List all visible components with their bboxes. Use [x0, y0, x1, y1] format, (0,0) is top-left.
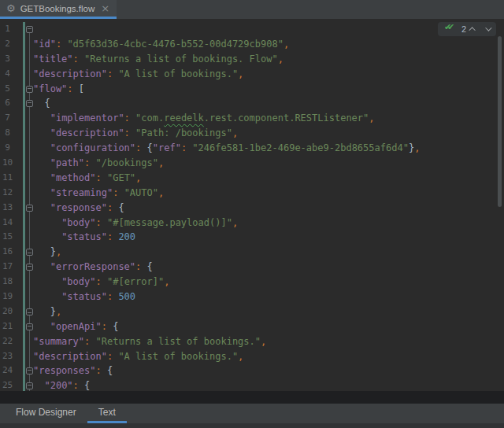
view-tab-flow-designer[interactable]: Flow Designer	[5, 404, 87, 423]
code-text: "path": "/bookings",	[33, 157, 164, 168]
code-text: {	[33, 98, 50, 109]
line-number: 17	[0, 260, 15, 275]
line-number: 7	[0, 111, 15, 126]
line-number: 1	[0, 22, 15, 37]
flow-file-gear-icon: ⚙	[6, 3, 16, 13]
code-line: 1	[0, 22, 504, 37]
code-line: 3"title": "Returns a list of bookings. F…	[0, 52, 504, 67]
inspection-count: 2	[461, 24, 466, 34]
code-line: 6 {	[0, 96, 504, 111]
fold-start-icon[interactable]	[26, 205, 33, 212]
double-checkmark-icon: ✔✔	[444, 24, 457, 34]
code-line: 5"flow": [	[0, 82, 504, 97]
view-tab-text[interactable]: Text	[87, 404, 127, 423]
code-line: 21 "openApi": {	[0, 319, 504, 334]
code-line: 10 "path": "/bookings",	[0, 156, 504, 171]
fold-start-icon[interactable]	[26, 382, 33, 389]
line-number: 23	[0, 349, 15, 364]
fold-end-icon[interactable]	[26, 249, 33, 256]
code-line: 18 "body": "#[error]",	[0, 275, 504, 290]
code-line: 8 "description": "Path: /bookings",	[0, 126, 504, 141]
fold-start-icon[interactable]	[26, 323, 33, 330]
code-line: 20 },	[0, 304, 504, 319]
line-number: 16	[0, 245, 15, 260]
line-number: 4	[0, 67, 15, 82]
vcs-added-lines-bar	[23, 22, 25, 391]
line-number: 6	[0, 96, 15, 111]
code-text: "responses": {	[33, 365, 113, 376]
code-text: "openApi": {	[33, 321, 118, 332]
fold-start-icon[interactable]	[26, 264, 33, 271]
line-number: 19	[0, 290, 15, 304]
code-text: "body": "#[error]",	[33, 276, 169, 287]
line-number: 25	[0, 378, 15, 391]
line-number: 20	[0, 304, 15, 319]
line-number: 8	[0, 126, 15, 141]
code-line: 9 "configuration": {"ref": "246fe581-1be…	[0, 141, 504, 156]
line-number: 15	[0, 230, 15, 245]
code-text: "implementor": "com.reedelk.rest.compone…	[33, 113, 375, 124]
code-text: "status": 200	[33, 231, 135, 242]
window-bottom-strip	[0, 423, 504, 428]
editor-tab-getbookings[interactable]: ⚙ GETBookings.flow ×	[0, 0, 117, 19]
view-switcher-bar: Flow DesignerText	[0, 404, 504, 423]
code-line: 19 "status": 500	[0, 290, 504, 304]
code-text: "method": "GET",	[33, 172, 141, 183]
line-number: 13	[0, 201, 15, 216]
code-text: "streaming": "AUTO",	[33, 187, 164, 198]
line-number: 3	[0, 52, 15, 67]
line-number: 2	[0, 37, 15, 52]
code-line: 24"responses": {	[0, 363, 504, 378]
line-number: 21	[0, 319, 15, 334]
chevron-down-icon[interactable]	[485, 24, 491, 31]
fold-start-icon[interactable]	[26, 367, 33, 374]
vertical-scrollbar-thumb[interactable]	[498, 36, 502, 207]
code-text: "title": "Returns a list of bookings. Fl…	[33, 54, 284, 65]
code-text: "flow": [	[33, 83, 84, 94]
code-text: "errorResponse": {	[33, 261, 153, 272]
fold-end-icon[interactable]	[26, 308, 33, 315]
line-number: 11	[0, 171, 15, 186]
fold-start-icon[interactable]	[26, 26, 33, 33]
line-number: 9	[0, 141, 15, 156]
fold-start-icon[interactable]	[26, 100, 33, 107]
code-text: "configuration": {"ref": "246fe581-1be2-…	[33, 142, 420, 153]
code-line: 7 "implementor": "com.reedelk.rest.compo…	[0, 111, 504, 126]
code-line: 22"summary": "Returns a list of bookings…	[0, 334, 504, 349]
code-text: "description": "A list of bookings.",	[33, 351, 243, 362]
code-line: 14 "body": "#[message.payload()]",	[0, 216, 504, 231]
code-line: 12 "streaming": "AUTO",	[0, 186, 504, 201]
code-text: "summary": "Returns a list of bookings."…	[33, 336, 266, 347]
editor-tab-bar: ⚙ GETBookings.flow ×	[0, 0, 504, 19]
code-line: 16 },	[0, 245, 504, 260]
code-text: "description": "A list of bookings.",	[33, 68, 243, 79]
code-line: 25 "200": {	[0, 378, 504, 391]
editor-bottom-strip	[0, 391, 504, 404]
code-lines: 12"id": "d5f63d36-4cbc-4476-b552-00d4729…	[0, 22, 504, 391]
code-line: 4"description": "A list of bookings.",	[0, 67, 504, 82]
ide-window: ⚙ GETBookings.flow × 12"id": "d5f63d36-4…	[0, 0, 504, 428]
line-number: 5	[0, 82, 15, 97]
code-text: "id": "d5f63d36-4cbc-4476-b552-00d4729cb…	[33, 39, 289, 50]
code-line: 23"description": "A list of bookings.",	[0, 349, 504, 364]
line-number: 10	[0, 156, 15, 171]
fold-start-icon[interactable]	[26, 86, 33, 93]
line-number: 22	[0, 334, 15, 349]
code-editor[interactable]: 12"id": "d5f63d36-4cbc-4476-b552-00d4729…	[0, 19, 504, 391]
inspections-widget[interactable]: ✔✔ 2	[438, 22, 496, 36]
code-line: 2"id": "d5f63d36-4cbc-4476-b552-00d4729c…	[0, 37, 504, 52]
line-number: 14	[0, 216, 15, 231]
close-tab-icon[interactable]: ×	[99, 3, 109, 13]
line-number: 24	[0, 363, 15, 378]
code-line: 11 "method": "GET",	[0, 171, 504, 186]
code-line: 15 "status": 200	[0, 230, 504, 245]
code-text: },	[33, 306, 61, 317]
code-line: 17 "errorResponse": {	[0, 260, 504, 275]
editor-tab-title: GETBookings.flow	[20, 4, 95, 13]
chevron-up-icon[interactable]	[469, 27, 475, 33]
code-text: "description": "Path: /bookings",	[33, 127, 238, 138]
code-line: 13 "response": {	[0, 201, 504, 216]
code-text: },	[33, 246, 61, 257]
code-text: "status": 500	[33, 291, 135, 302]
code-text: "response": {	[33, 202, 124, 213]
